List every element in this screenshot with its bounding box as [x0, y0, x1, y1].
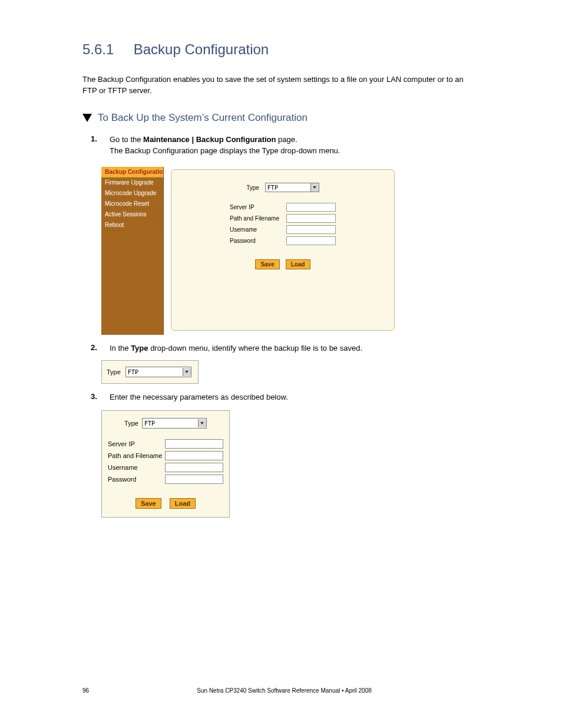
chevron-down-icon — [198, 419, 206, 427]
sidebar-item-microcode-upgrade[interactable]: Microcode Upgrade — [101, 188, 163, 199]
password-label: Password — [108, 476, 165, 483]
path-filename-input[interactable] — [165, 451, 223, 460]
sidebar: Backup Configuration Firmware Upgrade Mi… — [101, 167, 164, 335]
path-filename-input[interactable] — [286, 214, 336, 223]
sidebar-item-active-sessions[interactable]: Active Sessions — [101, 209, 163, 220]
type-select[interactable]: FTP — [125, 367, 191, 377]
step-text: Go to the Maintenance | Backup Configura… — [110, 134, 480, 157]
save-button[interactable]: Save — [135, 498, 161, 509]
path-filename-label: Path and Filename — [108, 452, 165, 459]
sidebar-item-backup-configuration[interactable]: Backup Configuration — [101, 167, 163, 177]
figure-backup-config-page: Backup Configuration Firmware Upgrade Mi… — [101, 167, 402, 335]
server-ip-label: Server IP — [230, 204, 283, 210]
section-title: Backup Configuration — [134, 41, 269, 57]
section-number: 5.6.1 — [82, 41, 114, 57]
server-ip-label: Server IP — [108, 440, 165, 447]
chevron-down-icon — [310, 183, 319, 192]
path-filename-label: Path and Filename — [230, 215, 283, 222]
chevron-down-icon — [183, 368, 191, 376]
step-number: 3. — [91, 392, 103, 403]
password-input[interactable] — [165, 475, 223, 484]
server-ip-input[interactable] — [286, 203, 336, 212]
sidebar-item-microcode-reset[interactable]: Microcode Reset — [101, 199, 163, 209]
password-label: Password — [230, 238, 283, 244]
procedure-title: To Back Up the System’s Current Configur… — [98, 112, 308, 124]
content-panel: Type FTP Server IP Path and Filename Use… — [164, 167, 402, 335]
username-input[interactable] — [286, 225, 336, 234]
step-number: 2. — [91, 343, 103, 354]
step-number: 1. — [91, 134, 103, 157]
username-label: Username — [108, 464, 165, 471]
figure-ftp-form: Type FTP Server IP Path and Filename Use… — [101, 410, 230, 518]
intro-paragraph: The Backup Configuration enables you to … — [82, 74, 480, 97]
figure-type-dropdown: Type FTP — [101, 360, 199, 384]
sidebar-item-firmware-upgrade[interactable]: Firmware Upgrade — [101, 177, 163, 188]
footer-page-number: 96 — [82, 687, 89, 694]
server-ip-input[interactable] — [165, 439, 223, 449]
step-text: In the Type drop-down menu, identify whe… — [110, 343, 480, 354]
sidebar-item-reboot[interactable]: Reboot — [101, 220, 163, 230]
username-input[interactable] — [165, 463, 223, 472]
page-footer: 96 Sun Netra CP3240 Switch Software Refe… — [82, 687, 480, 694]
procedure-arrow-icon — [82, 114, 92, 122]
save-button[interactable]: Save — [255, 259, 279, 269]
type-label: Type — [107, 368, 121, 375]
load-button[interactable]: Load — [286, 259, 310, 269]
footer-doc-title: Sun Netra CP3240 Switch Software Referen… — [197, 687, 371, 694]
step-text: Enter the necessary parameters as descri… — [110, 392, 480, 403]
load-button[interactable]: Load — [170, 498, 196, 509]
type-select[interactable]: FTP — [142, 418, 207, 429]
type-label: Type — [246, 185, 259, 191]
type-select[interactable]: FTP — [265, 183, 319, 192]
password-input[interactable] — [286, 236, 336, 245]
username-label: Username — [230, 226, 283, 233]
type-label: Type — [124, 420, 138, 427]
